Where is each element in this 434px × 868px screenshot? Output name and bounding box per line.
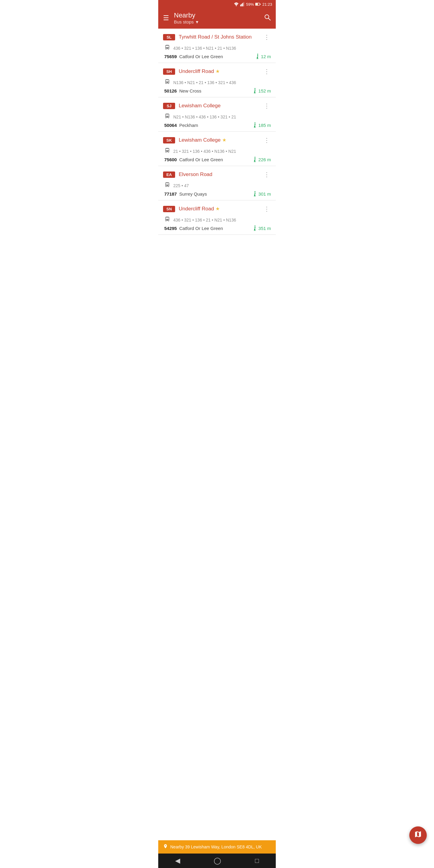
stop-footer: 75600 Catford Or Lee Green 226 m bbox=[163, 157, 271, 162]
stop-routes: 436 • 321 • 136 • N21 • 21 • N136 bbox=[173, 46, 236, 51]
bus-icon bbox=[164, 216, 170, 224]
stop-header: SJ Lewisham College ⋮ bbox=[163, 101, 271, 111]
more-options-icon[interactable]: ⋮ bbox=[262, 32, 271, 42]
stop-destination: Catford Or Lee Green bbox=[179, 226, 253, 231]
stop-name: Lewisham College ★ bbox=[179, 137, 259, 143]
more-options-icon[interactable]: ⋮ bbox=[262, 170, 271, 179]
header-subtitle[interactable]: Bus stops ▼ bbox=[174, 19, 199, 24]
stop-name: Tyrwhitt Road / St Johns Station bbox=[179, 34, 259, 40]
stop-destination: Peckham bbox=[179, 123, 253, 128]
time-text: 21:23 bbox=[262, 2, 272, 7]
star-icon: ★ bbox=[216, 206, 220, 211]
stop-routes: 436 • 321 • 136 • 21 • N21 • N136 bbox=[173, 218, 236, 222]
stop-id: 54295 bbox=[164, 226, 177, 231]
stop-header: SL Tyrwhitt Road / St Johns Station ⋮ bbox=[163, 32, 271, 42]
stop-distance: 185 m bbox=[253, 122, 271, 128]
stop-distance: 152 m bbox=[253, 88, 271, 93]
battery-text: 59% bbox=[246, 2, 254, 7]
menu-button[interactable]: ☰ bbox=[163, 14, 169, 22]
app-header: ☰ Nearby Bus stops ▼ bbox=[158, 8, 276, 29]
stop-routes-row: 436 • 321 • 136 • N21 • 21 • N136 bbox=[163, 44, 271, 52]
stop-item[interactable]: SJ Lewisham College ⋮ N21 • N136 • 436 •… bbox=[158, 97, 276, 132]
stop-routes: 225 • 47 bbox=[173, 183, 189, 188]
bus-icon bbox=[164, 79, 170, 86]
stop-header: SN Undercliff Road ★ ⋮ bbox=[163, 204, 271, 214]
stop-routes-row: 225 • 47 bbox=[163, 182, 271, 189]
stop-item[interactable]: SL Tyrwhitt Road / St Johns Station ⋮ 43… bbox=[158, 29, 276, 63]
stop-list: SL Tyrwhitt Road / St Johns Station ⋮ 43… bbox=[158, 29, 276, 235]
back-button[interactable]: ◀ bbox=[168, 855, 187, 867]
stop-badge: SJ bbox=[163, 103, 175, 109]
stop-routes-row: N136 • N21 • 21 • 136 • 321 • 436 bbox=[163, 79, 271, 86]
stop-id: 50126 bbox=[164, 88, 177, 93]
stop-routes-row: 21 • 321 • 136 • 436 • N136 • N21 bbox=[163, 147, 271, 155]
signal-icon bbox=[240, 2, 244, 6]
stop-name: Undercliff Road ★ bbox=[179, 68, 259, 74]
home-button[interactable]: ◯ bbox=[207, 855, 228, 867]
stop-footer: 77187 Surrey Quays 301 m bbox=[163, 191, 271, 196]
subtitle-text: Bus stops bbox=[174, 19, 194, 24]
nav-bar: ◀ ◯ □ bbox=[158, 854, 276, 868]
stop-distance: 12 m bbox=[255, 54, 271, 59]
stop-id: 75600 bbox=[164, 157, 177, 162]
battery-icon: ⚡ bbox=[255, 2, 261, 6]
svg-rect-1 bbox=[240, 4, 241, 6]
stop-item[interactable]: SK Lewisham College ★ ⋮ 21 • 321 • 136 •… bbox=[158, 132, 276, 166]
stop-routes-row: N21 • N136 • 436 • 136 • 321 • 21 bbox=[163, 113, 271, 121]
star-icon: ★ bbox=[216, 69, 220, 74]
bus-icon bbox=[164, 147, 170, 155]
header-left: ☰ Nearby Bus stops ▼ bbox=[163, 11, 199, 24]
location-bar-text: Nearby 39 Lewisham Way, London SE8 4DL, … bbox=[170, 844, 262, 849]
svg-rect-2 bbox=[241, 4, 242, 6]
stop-header: SK Lewisham College ★ ⋮ bbox=[163, 135, 271, 145]
location-bar: Nearby 39 Lewisham Way, London SE8 4DL, … bbox=[158, 840, 276, 854]
recents-button[interactable]: □ bbox=[248, 855, 266, 867]
dropdown-arrow-icon: ▼ bbox=[195, 20, 199, 24]
svg-text:⚡: ⚡ bbox=[256, 3, 258, 5]
svg-rect-3 bbox=[242, 3, 243, 6]
stop-destination: Catford Or Lee Green bbox=[179, 54, 255, 59]
search-button[interactable] bbox=[264, 13, 271, 23]
status-bar: 59% ⚡ 21:23 bbox=[158, 0, 276, 8]
stop-routes: 21 • 321 • 136 • 436 • N136 • N21 bbox=[173, 149, 236, 154]
more-options-icon[interactable]: ⋮ bbox=[262, 101, 271, 111]
stop-id: 75659 bbox=[164, 54, 177, 59]
bus-icon bbox=[164, 182, 170, 189]
more-options-icon[interactable]: ⋮ bbox=[262, 135, 271, 145]
stop-badge: SH bbox=[163, 68, 175, 75]
stop-routes: N136 • N21 • 21 • 136 • 321 • 436 bbox=[173, 80, 236, 85]
stop-name: Lewisham College bbox=[179, 103, 259, 109]
stop-distance: 301 m bbox=[253, 191, 271, 196]
stop-item[interactable]: SH Undercliff Road ★ ⋮ N136 • N21 • 21 •… bbox=[158, 63, 276, 97]
stop-routes: N21 • N136 • 436 • 136 • 321 • 21 bbox=[173, 115, 236, 119]
stop-header: EA Elverson Road ⋮ bbox=[163, 170, 271, 179]
stop-header: SH Undercliff Road ★ ⋮ bbox=[163, 67, 271, 76]
star-icon: ★ bbox=[222, 137, 226, 143]
header-title: Nearby bbox=[174, 11, 199, 19]
stop-footer: 75659 Catford Or Lee Green 12 m bbox=[163, 54, 271, 59]
stop-name: Elverson Road bbox=[179, 172, 259, 178]
stop-footer: 50126 New Cross 152 m bbox=[163, 88, 271, 93]
stop-routes-row: 436 • 321 • 136 • 21 • N21 • N136 bbox=[163, 216, 271, 224]
svg-point-0 bbox=[236, 5, 237, 6]
stop-destination: New Cross bbox=[179, 88, 253, 93]
stop-destination: Surrey Quays bbox=[179, 191, 253, 196]
stop-item[interactable]: EA Elverson Road ⋮ 225 • 47 77187 Surrey… bbox=[158, 166, 276, 200]
svg-rect-4 bbox=[244, 2, 244, 6]
stop-footer: 50064 Peckham 185 m bbox=[163, 122, 271, 128]
stop-name: Undercliff Road ★ bbox=[179, 206, 259, 212]
stop-id: 77187 bbox=[164, 191, 177, 196]
stop-destination: Catford Or Lee Green bbox=[179, 157, 253, 162]
stop-footer: 54295 Catford Or Lee Green 351 m bbox=[163, 225, 271, 231]
stop-distance: 226 m bbox=[253, 157, 271, 162]
stop-item[interactable]: SN Undercliff Road ★ ⋮ 436 • 321 • 136 •… bbox=[158, 200, 276, 235]
location-pin-icon bbox=[163, 844, 168, 850]
stop-badge: SL bbox=[163, 34, 175, 40]
stop-badge: SK bbox=[163, 137, 175, 144]
more-options-icon[interactable]: ⋮ bbox=[262, 204, 271, 214]
stop-id: 50064 bbox=[164, 123, 177, 128]
more-options-icon[interactable]: ⋮ bbox=[262, 67, 271, 76]
header-title-group: Nearby Bus stops ▼ bbox=[174, 11, 199, 24]
svg-rect-7 bbox=[260, 4, 261, 5]
status-icons: 59% ⚡ 21:23 bbox=[234, 2, 272, 7]
